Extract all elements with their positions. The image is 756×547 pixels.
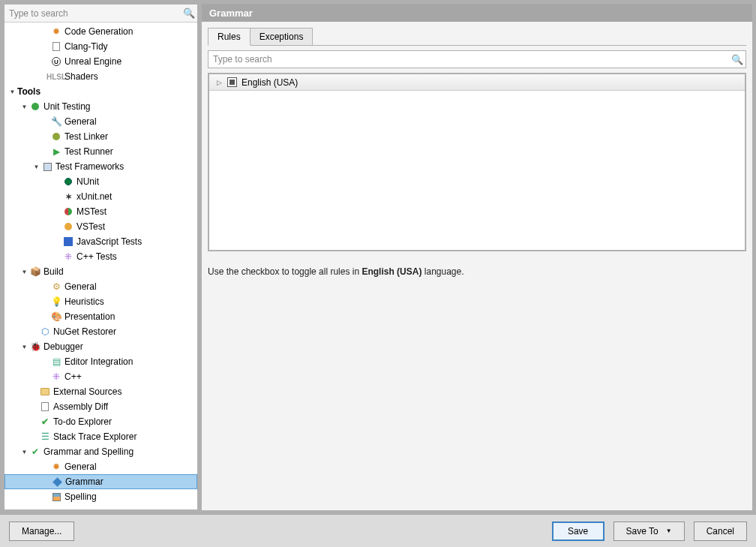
- tree-item-todo[interactable]: ✔ To-do Explorer: [4, 414, 197, 429]
- palette-icon: 🎨: [50, 311, 62, 323]
- rules-search-input[interactable]: [208, 52, 729, 67]
- tree-label: Build: [44, 266, 64, 277]
- tree-item-test-runner[interactable]: ▶ Test Runner: [4, 144, 197, 159]
- sidebar-search-input[interactable]: [4, 6, 181, 21]
- tree-item-xunit[interactable]: ✶ xUnit.net: [4, 189, 197, 204]
- stack-icon: ☰: [39, 431, 51, 443]
- save-to-label: Save To: [626, 526, 658, 536]
- expand-icon[interactable]: ▷: [214, 79, 224, 86]
- tree-item-general-ut[interactable]: 🔧 General: [4, 114, 197, 129]
- tree-label: External Sources: [53, 386, 122, 397]
- gear-icon: ⚙: [50, 281, 62, 293]
- tree-item-heuristics[interactable]: 💡 Heuristics: [4, 294, 197, 309]
- save-to-button[interactable]: Save To ▼: [614, 521, 685, 541]
- tree-label: Spelling: [64, 491, 97, 502]
- tree-item-clang-tidy[interactable]: Clang-Tidy: [4, 39, 197, 54]
- tree-label: JavaScript Tests: [76, 236, 142, 247]
- tree-item-cpp-dbg[interactable]: ⁜ C++: [4, 369, 197, 384]
- hint-bold: English (USA): [362, 266, 422, 277]
- search-icon[interactable]: 🔍: [729, 54, 746, 65]
- settings-tree[interactable]: ✹ Code Generation Clang-Tidy U Unreal En…: [4, 23, 197, 509]
- tree-item-stack-trace[interactable]: ☰ Stack Trace Explorer: [4, 429, 197, 444]
- rules-list[interactable]: ▷ English (USA): [208, 73, 746, 251]
- tree-item-spelling[interactable]: Spelling: [4, 489, 197, 504]
- grid-icon: [52, 493, 61, 501]
- content-pane: Grammar Rules Exceptions 🔍 ▷ English (US…: [202, 0, 752, 510]
- tree-label: NUnit: [76, 176, 99, 187]
- chevron-down-icon[interactable]: [20, 343, 29, 350]
- check-icon: ✔: [39, 416, 51, 428]
- tree-item-test-frameworks[interactable]: Test Frameworks: [4, 159, 197, 174]
- tree-label: Code Generation: [64, 26, 133, 37]
- tab-exceptions[interactable]: Exceptions: [250, 28, 314, 45]
- tree-label: Unreal Engine: [64, 56, 122, 67]
- nuget-icon: ⬡: [39, 326, 51, 338]
- chevron-down-icon[interactable]: [20, 448, 29, 455]
- hint-text: Use the checkbox to toggle all rules in …: [208, 266, 746, 277]
- check-icon: ✔: [29, 446, 41, 458]
- tree-item-test-linker[interactable]: Test Linker: [4, 129, 197, 144]
- editor-icon: ▤: [50, 356, 62, 368]
- tree-item-debugger[interactable]: 🐞 Debugger: [4, 339, 197, 354]
- tree-item-editor-integration[interactable]: ▤ Editor Integration: [4, 354, 197, 369]
- tree-item-unit-testing[interactable]: Unit Testing: [4, 99, 197, 114]
- xunit-icon: ✶: [62, 191, 74, 203]
- tabs: Rules Exceptions: [208, 28, 746, 46]
- tree-label: Heuristics: [64, 296, 104, 307]
- save-button[interactable]: Save: [552, 521, 604, 541]
- tree-item-unreal-engine[interactable]: U Unreal Engine: [4, 54, 197, 69]
- tree-label: C++ Tests: [76, 251, 117, 262]
- shader-icon: HLSL: [50, 71, 62, 83]
- chevron-down-icon[interactable]: [20, 268, 29, 275]
- rule-label: English (USA): [242, 77, 298, 88]
- tree-item-build[interactable]: 📦 Build: [4, 264, 197, 279]
- cancel-button[interactable]: Cancel: [694, 521, 747, 541]
- cpp-icon: ⁜: [50, 371, 62, 383]
- tree-label: Clang-Tidy: [64, 41, 108, 52]
- tree-item-general-gs[interactable]: ✹ General: [4, 459, 197, 474]
- tree-label: Debugger: [44, 341, 83, 352]
- rule-checkbox[interactable]: [227, 77, 237, 87]
- tree-item-assembly-diff[interactable]: Assembly Diff: [4, 399, 197, 414]
- tree-item-code-generation[interactable]: ✹ Code Generation: [4, 24, 197, 39]
- tree-label: VSTest: [76, 221, 105, 232]
- tree-item-shaders[interactable]: HLSL Shaders: [4, 69, 197, 84]
- tree-item-cpp-tests[interactable]: ⁜ C++ Tests: [4, 249, 197, 264]
- sidebar-search-row: 🔍: [4, 5, 197, 23]
- tree-label: Stack Trace Explorer: [53, 431, 136, 442]
- hint-suffix: language.: [422, 266, 464, 277]
- manage-button[interactable]: Manage...: [9, 521, 74, 541]
- tree-item-js-tests[interactable]: JavaScript Tests: [4, 234, 197, 249]
- search-icon[interactable]: 🔍: [181, 8, 197, 19]
- tree-label: MSTest: [76, 206, 106, 217]
- gear-icon: ✹: [50, 461, 62, 473]
- tree-item-mstest[interactable]: MSTest: [4, 204, 197, 219]
- tree-item-vstest[interactable]: VSTest: [4, 219, 197, 234]
- tree-item-external-sources[interactable]: External Sources: [4, 384, 197, 399]
- sidebar: 🔍 ✹ Code Generation Clang-Tidy U Unreal …: [4, 4, 198, 510]
- nunit-icon: [64, 178, 72, 185]
- build-icon: 📦: [29, 266, 41, 278]
- bulb-icon: 💡: [50, 296, 62, 308]
- tree-label: NuGet Restorer: [53, 326, 116, 337]
- tree-item-tools[interactable]: Tools: [4, 84, 197, 99]
- tree-label: General: [64, 116, 97, 127]
- tree-item-presentation[interactable]: 🎨 Presentation: [4, 309, 197, 324]
- tree-item-grammar[interactable]: Grammar: [4, 474, 197, 489]
- chevron-down-icon: ▼: [666, 527, 672, 534]
- tree-label: Editor Integration: [64, 356, 133, 367]
- mstest-icon: [64, 208, 72, 215]
- tree-item-nunit[interactable]: NUnit: [4, 174, 197, 189]
- cpp-icon: ⁜: [62, 251, 74, 263]
- tree-item-grammar-spelling[interactable]: ✔ Grammar and Spelling: [4, 444, 197, 459]
- tree-label: Tools: [17, 86, 40, 97]
- play-icon: ▶: [50, 146, 62, 158]
- rule-row-english-usa[interactable]: ▷ English (USA): [209, 74, 745, 91]
- tab-rules[interactable]: Rules: [208, 28, 250, 46]
- ball-icon: [52, 133, 60, 140]
- chevron-down-icon[interactable]: [32, 163, 41, 170]
- tree-item-nuget[interactable]: ⬡ NuGet Restorer: [4, 324, 197, 339]
- tree-item-general-build[interactable]: ⚙ General: [4, 279, 197, 294]
- chevron-down-icon[interactable]: [20, 103, 29, 110]
- chevron-down-icon[interactable]: [8, 88, 17, 95]
